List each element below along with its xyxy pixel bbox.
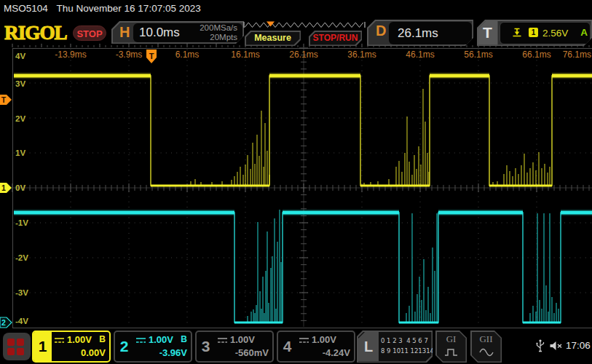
memory-position-strip[interactable] [243, 20, 368, 29]
status-bar: MSO5104 Thu November 16 17:07:05 2023 [0, 0, 592, 17]
trigger-source-badge: 1 [529, 28, 538, 37]
menu-button[interactable] [3, 333, 31, 360]
volt-label: -4V [15, 317, 28, 325]
trigger-edge-icon [511, 27, 523, 38]
sample-rate: 200MSa/s [200, 23, 237, 33]
square-wave-icon [443, 348, 459, 357]
dc-coupling-icon [135, 337, 146, 344]
ch1-ground-marker[interactable]: 1 [0, 183, 12, 193]
menu-button-square [17, 348, 24, 355]
delay-value: 26.1ms [398, 26, 438, 41]
g1-label: GI [435, 333, 467, 345]
time-label: 66.1ms [522, 50, 550, 60]
time-label: 56.1ms [464, 50, 492, 60]
t-label: T [483, 24, 492, 41]
dc-coupling-icon [217, 337, 228, 344]
volt-label: 3V [15, 79, 25, 88]
time-label: 36.1ms [347, 50, 376, 60]
channel-4-row1: 1.00V [299, 334, 350, 346]
channel-4-scale: 1.00V [312, 334, 336, 345]
rigol-logo: RIGOL [4, 21, 71, 44]
speaker-muted-icon[interactable] [549, 341, 563, 352]
ch2-trace [14, 210, 592, 323]
volt-label: -1V [15, 218, 28, 227]
channel-2-number: 2 [115, 332, 133, 361]
channel-3-number: 3 [197, 332, 215, 361]
h-label: H [119, 24, 130, 41]
channel-2-bandwidth: B [181, 334, 187, 344]
svg-text:1: 1 [1, 183, 6, 192]
time-label: 6.1ms [175, 50, 200, 60]
d-label: D [376, 23, 386, 39]
time-label: 16.1ms [231, 50, 259, 60]
datetime: Thu November 16 17:07:05 2023 [57, 3, 201, 14]
stop-run-button-label: STOP/RUN [309, 31, 362, 46]
g1-button[interactable]: GI [435, 331, 467, 363]
channel-1-offset: 0.00V [54, 347, 106, 359]
menu-button-square [7, 339, 15, 346]
measure-button-label: Measure [245, 31, 301, 46]
trigger-level-value: 2.56V [542, 28, 568, 39]
model-name: MSO5104 [4, 3, 48, 14]
volt-label: 2V [15, 114, 25, 123]
svg-text:2: 2 [1, 318, 6, 327]
menu-button-square [7, 348, 15, 355]
trigger-mode: A [580, 27, 588, 38]
volt-label: 1V [15, 149, 25, 157]
menu-button-square [17, 339, 24, 346]
time-label: 26.1ms [289, 50, 317, 60]
channel-1-scale: 1.00V [67, 334, 92, 345]
channel-3-offset: -560mV [217, 347, 269, 359]
time-label: 76.1ms [563, 50, 591, 60]
dc-coupling-icon [299, 337, 309, 344]
channel-4-number: 4 [278, 332, 296, 361]
stop-run-button[interactable]: STOP/RUN [309, 31, 362, 46]
measure-button[interactable]: Measure [245, 31, 301, 46]
logic-label: L [358, 332, 379, 361]
volt-label: 4V [15, 52, 25, 60]
acquisition-info: 200MSa/s 20Mpts [200, 23, 237, 41]
channel-2-scale: 1.00V [149, 334, 173, 345]
horizontal-panel[interactable]: H 10.0ms 200MSa/s 20Mpts [111, 21, 244, 44]
memory-depth: 20Mpts [200, 33, 237, 42]
channel-2-box[interactable]: 21.00VB-3.96V [114, 331, 192, 363]
g2-label: GII [470, 333, 502, 345]
channel-1-number: 1 [33, 332, 52, 361]
svg-text:T: T [149, 52, 154, 60]
channel-4-box[interactable]: 41.00V-4.24V [277, 331, 355, 363]
channel-4-offset: -4.24V [299, 347, 350, 359]
clock: 17:06 [566, 340, 591, 351]
channel-3-scale: 1.00V [230, 334, 255, 345]
svg-text:T: T [1, 95, 7, 104]
trigger-position-marker[interactable]: T [146, 50, 157, 63]
waveform-display: -13.9ms-3.9ms6.1ms16.1ms26.1ms36.1ms46.1… [0, 0, 592, 364]
acquisition-status-badge: STOP [73, 25, 106, 41]
volt-label: 0V [15, 183, 25, 192]
channel-3-row1: 1.00V [217, 334, 269, 346]
volt-label: -3V [15, 288, 28, 297]
logic-channel-numbers: 0 1 2 3 4 5 6 7 8 9 1011 12131415 [381, 336, 431, 356]
g2-button[interactable]: GII [470, 331, 502, 363]
usb-icon [535, 339, 545, 355]
delay-panel[interactable]: D 26.1ms [367, 20, 473, 46]
dc-coupling-icon [54, 337, 65, 344]
logic-channels-panel[interactable]: L 0 1 2 3 4 5 6 7 8 9 1011 12131415 [357, 331, 433, 363]
channel-2-row1: 1.00VB [135, 334, 187, 346]
channel-1-box[interactable]: 11.00VB0.00V [32, 331, 111, 363]
channel-3-box[interactable]: 31.00V-560mV [195, 331, 274, 363]
sine-wave-icon [478, 348, 494, 357]
ch2-ground-marker[interactable]: 2 [0, 317, 12, 328]
channel-1-row1: 1.00VB [54, 334, 106, 346]
ch1-trace [14, 76, 592, 186]
channel-1-bandwidth: B [99, 334, 106, 344]
trigger-panel[interactable]: T 1 2.56V A [477, 20, 592, 46]
trigger-level-marker[interactable]: T [0, 95, 12, 105]
logic-row-2: 8 9 1011 12131415 [381, 346, 431, 356]
volt-label: -2V [15, 253, 28, 262]
timebase-value: 10.0ms [139, 25, 180, 40]
time-label: -13.9ms [55, 50, 86, 60]
channel-2-offset: -3.96V [135, 347, 187, 359]
logic-row-1: 0 1 2 3 4 5 6 7 [381, 336, 431, 346]
oscilloscope-screen: MSO5104 Thu November 16 17:07:05 2023 RI… [0, 0, 592, 364]
memory-position-marker[interactable] [267, 22, 275, 27]
